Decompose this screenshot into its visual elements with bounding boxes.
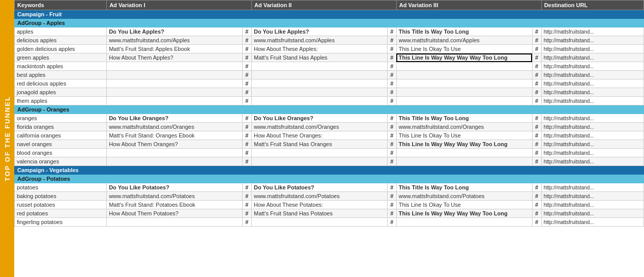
adgroup-name: AdGroup - Apples [15,19,644,27]
advar3-line2: www.mattsfruitstand.com/Potatoes [396,192,532,201]
advar2-line1: Do You Like Oranges? [251,114,387,123]
hash-cell: # [532,88,541,97]
hash-cell: # [532,45,541,53]
keyword-cell: red delicious apples [15,79,107,88]
keyword-cell: them apples [15,97,107,105]
adgroup-name: AdGroup - Potatoes [15,175,644,183]
advar2-line4: Matt's Fruit Stand Has Apples [251,53,387,62]
hash-cell: # [387,79,396,88]
campaign-row: Campaign - Vegetables [15,166,644,175]
table-row: potatoesDo You Like Potatoes?#Do You Lik… [15,183,644,192]
dest-url-cell: http://mattsfruitstand... [541,53,643,62]
table-row: jonagold apples###http://mattsfruitstand… [15,88,644,97]
table-row: delicious appleswww.mattsfruitstand.com/… [15,36,644,45]
keyword-cell: delicious apples [15,36,107,45]
hash-cell: # [532,79,541,88]
dest-url-cell: http://mattsfruitstand... [541,27,643,36]
hash-cell: # [242,131,251,140]
hash-cell: # [532,123,541,131]
table-row: mackintosh apples###http://mattsfruitsta… [15,62,644,71]
hash-cell: # [532,149,541,157]
dest-url-cell: http://mattsfruitstand... [541,201,643,209]
hash-cell: # [387,27,396,36]
hash-cell: # [242,140,251,149]
hash-cell: # [242,88,251,97]
header-advar1: Ad Variation I [107,1,252,10]
hash-cell: # [242,123,251,131]
hash-cell: # [242,71,251,79]
advar1-line2: www.mattsfruitstand.com/Oranges [107,123,243,131]
dest-url-cell: http://mattsfruitstand... [541,157,643,166]
hash-cell: # [387,201,396,209]
keyword-cell: apples [15,27,107,36]
dest-url-cell: http://mattsfruitstand... [541,131,643,140]
table-wrapper[interactable]: Keywords Ad Variation I Ad Variation II … [14,0,644,277]
hash-cell: # [242,79,251,88]
hash-cell: # [532,209,541,218]
hash-cell: # [532,53,541,62]
keyword-cell: florida oranges [15,123,107,131]
hash-cell: # [242,45,251,53]
header-row: Keywords Ad Variation I Ad Variation II … [15,1,644,10]
advar3-line3: This Line Is Okay To Use [396,201,532,209]
hash-cell: # [242,218,251,227]
adgroup-row: AdGroup - Potatoes [15,175,644,183]
advar1-line1: Do You Like Apples? [107,27,243,36]
hash-cell: # [387,183,396,192]
hash-cell: # [387,131,396,140]
campaign-name: Campaign - Fruit [15,10,644,19]
table-row: blood oranges###http://mattsfruitstand..… [15,149,644,157]
advar1-line3: Matt's Fruit Stand: Oranges Ebook [107,131,243,140]
table-row: applesDo You Like Apples?#Do You Like Ap… [15,27,644,36]
advar3-line1: This Title Is Way Too Long [396,183,532,192]
keyword-cell: california oranges [15,131,107,140]
keyword-cell: valencia oranges [15,157,107,166]
keyword-cell: blood oranges [15,149,107,157]
advar1-line4: How About Them Oranges? [107,140,243,149]
dest-url-cell: http://mattsfruitstand... [541,218,643,227]
keyword-cell: green apples [15,53,107,62]
dest-url-cell: http://mattsfruitstand... [541,88,643,97]
advar2-line3: How About These Apples: [251,45,387,53]
dest-url-cell: http://mattsfruitstand... [541,97,643,105]
advar3-line1: This Title Is Way Too Long [396,27,532,36]
hash-cell: # [532,97,541,105]
hash-cell: # [532,157,541,166]
advar1-line4: How About Them Apples? [107,53,243,62]
dest-url-cell: http://mattsfruitstand... [541,71,643,79]
advar2-line2: www.mattsfruitstand.com/Potatoes [251,192,387,201]
advar1-line3: Matt's Fruit Stand: Apples Ebook [107,45,243,53]
advar2-line2: www.mattsfruitstand.com/Oranges [251,123,387,131]
keyword-cell: golden delicious apples [15,45,107,53]
keyword-cell: best apples [15,71,107,79]
dest-url-cell: http://mattsfruitstand... [541,149,643,157]
advar1-line2: www.mattsfruitstand.com/Apples [107,36,243,45]
dest-url-cell: http://mattsfruitstand... [541,209,643,218]
hash-cell: # [532,201,541,209]
table-row: california orangesMatt's Fruit Stand: Or… [15,131,644,140]
hash-cell: # [532,131,541,140]
advar2-line1: Do You Like Apples? [251,27,387,36]
table-row: navel orangesHow About Them Oranges?#Mat… [15,140,644,149]
hash-cell: # [387,209,396,218]
hash-cell: # [242,201,251,209]
keyword-cell: baking potatoes [15,192,107,201]
advar3-line4: This Line Is Way Way Way Way Too Long [396,209,532,218]
table-row: baking potatoeswww.mattsfruitstand.com/P… [15,192,644,201]
funnel-label: TOP OF THE FUNNEL [0,0,14,277]
advar1-line2: www.mattsfruitstand.com/Potatoes [107,192,243,201]
keyword-cell: red potatoes [15,209,107,218]
adgroup-row: AdGroup - Oranges [15,105,644,114]
advar2-line3: How About These Potatoes: [251,201,387,209]
hash-cell: # [242,157,251,166]
table-row: red delicious apples###http://mattsfruit… [15,79,644,88]
table-row: russet potatoesMatt's Fruit Stand: Potat… [15,201,644,209]
advar3-line3: This Line Is Okay To Use [396,45,532,53]
adgroup-row: AdGroup - Apples [15,19,644,27]
dest-url-cell: http://mattsfruitstand... [541,62,643,71]
hash-cell: # [387,62,396,71]
hash-cell: # [532,218,541,227]
table-row: red potatoesHow About Them Potatoes?#Mat… [15,209,644,218]
advar1-line4: How About Them Potatoes? [107,209,243,218]
hash-cell: # [242,36,251,45]
